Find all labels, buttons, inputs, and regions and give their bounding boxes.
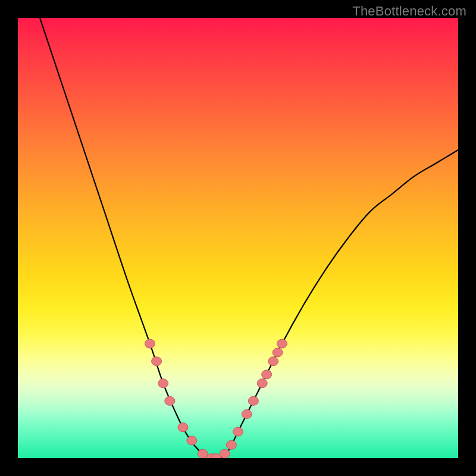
marker-dot	[248, 396, 258, 405]
plot-area	[18, 18, 458, 458]
marker-dot	[262, 370, 272, 379]
bottleneck-curve-path	[40, 18, 458, 458]
watermark-text: TheBottleneck.com	[352, 4, 466, 19]
marker-dot	[158, 379, 168, 388]
marker-dot	[152, 357, 162, 366]
bottleneck-curve-svg	[18, 18, 458, 458]
marker-dot	[268, 357, 278, 366]
markers-group	[145, 339, 287, 458]
marker-dot	[277, 339, 287, 348]
marker-dot	[273, 348, 283, 357]
marker-dot	[233, 427, 243, 436]
marker-dot	[220, 449, 230, 458]
marker-dot	[178, 423, 188, 432]
marker-dot	[187, 436, 197, 445]
marker-dot	[145, 339, 155, 348]
marker-dot	[242, 410, 252, 419]
marker-dot	[257, 379, 267, 388]
chart-frame: TheBottleneck.com	[0, 0, 476, 476]
marker-dot	[198, 449, 208, 458]
marker-dot	[226, 440, 236, 449]
marker-dot	[165, 396, 175, 405]
